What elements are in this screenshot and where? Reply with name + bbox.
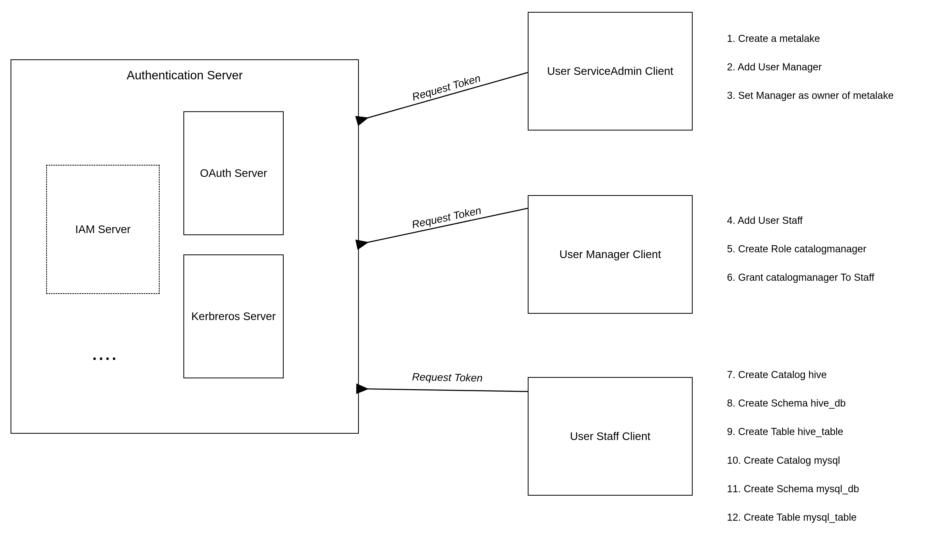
- step-12: 12. Create Table mysql_table: [727, 511, 859, 525]
- step-5: 5. Create Role catalogmanager: [727, 242, 874, 256]
- auth-server-title: Authentication Server: [127, 68, 243, 82]
- arrow-label-1: Request Token: [411, 72, 482, 103]
- staff-client-label: User Staff Client: [570, 430, 650, 443]
- arrow-label-2: Request Token: [411, 204, 482, 231]
- step-8: 8. Create Schema hive_db: [727, 396, 859, 410]
- step-3: 3. Set Manager as owner of metalake: [727, 89, 894, 103]
- step-7: 7. Create Catalog hive: [727, 368, 859, 382]
- arrow-staff: [367, 389, 528, 392]
- steps-staff: 7. Create Catalog hive 8. Create Schema …: [727, 368, 859, 539]
- oauth-server-box: OAuth Server: [184, 111, 284, 235]
- step-2: 2. Add User Manager: [727, 60, 894, 74]
- steps-manager: 4. Add User Staff 5. Create Role catalog…: [727, 214, 874, 299]
- steps-service-admin: 1. Create a metalake 2. Add User Manager…: [727, 32, 894, 117]
- kerberos-server-box: Kerbreros Server: [184, 254, 284, 378]
- service-admin-client-label: User ServiceAdmin Client: [547, 65, 673, 77]
- step-11: 11. Create Schema mysql_db: [727, 482, 859, 496]
- step-4: 4. Add User Staff: [727, 214, 874, 228]
- arrow-service-admin: [367, 72, 528, 118]
- arrow-manager: [367, 208, 528, 243]
- staff-client-box: User Staff Client: [528, 377, 693, 496]
- manager-client-label: User Manager Client: [559, 248, 661, 261]
- step-9: 9. Create Table hive_table: [727, 425, 859, 439]
- manager-client-box: User Manager Client: [528, 195, 693, 314]
- iam-server-box: IAM Server: [46, 165, 160, 294]
- kerberos-server-label: Kerbreros Server: [191, 310, 276, 323]
- step-6: 6. Grant catalogmanager To Staff: [727, 271, 874, 285]
- step-1: 1. Create a metalake: [727, 32, 894, 46]
- iam-server-label: IAM Server: [75, 223, 131, 236]
- oauth-server-label: OAuth Server: [200, 167, 267, 180]
- step-10: 10. Create Catalog mysql: [727, 454, 859, 468]
- ellipsis-label: ....: [93, 345, 119, 363]
- service-admin-client-box: User ServiceAdmin Client: [528, 12, 693, 131]
- arrow-label-3: Request Token: [412, 371, 483, 384]
